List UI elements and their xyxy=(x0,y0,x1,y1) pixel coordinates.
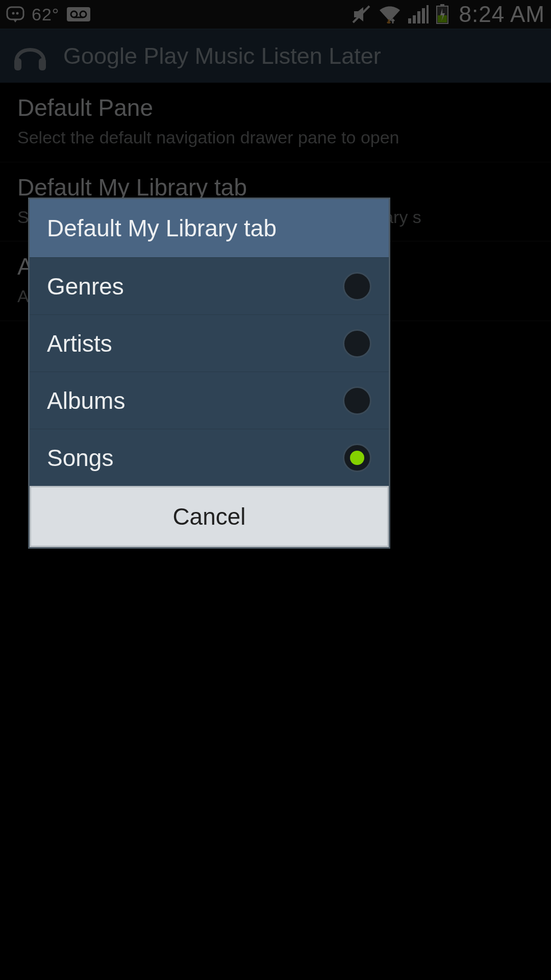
cancel-button[interactable]: Cancel xyxy=(30,486,389,547)
radio-icon xyxy=(343,329,371,358)
option-artists[interactable]: Artists xyxy=(30,314,389,372)
radio-icon xyxy=(343,386,371,415)
dialog-title: Default My Library tab xyxy=(30,199,389,257)
option-label: Genres xyxy=(47,273,124,300)
dialog-default-library-tab: Default My Library tab Genres Artists Al… xyxy=(30,199,389,547)
option-songs[interactable]: Songs xyxy=(30,429,389,486)
radio-icon xyxy=(343,272,371,301)
radio-icon-checked xyxy=(343,444,371,472)
option-label: Songs xyxy=(47,444,113,472)
option-genres[interactable]: Genres xyxy=(30,257,389,314)
option-label: Albums xyxy=(47,387,125,414)
option-label: Artists xyxy=(47,330,112,357)
option-albums[interactable]: Albums xyxy=(30,372,389,429)
